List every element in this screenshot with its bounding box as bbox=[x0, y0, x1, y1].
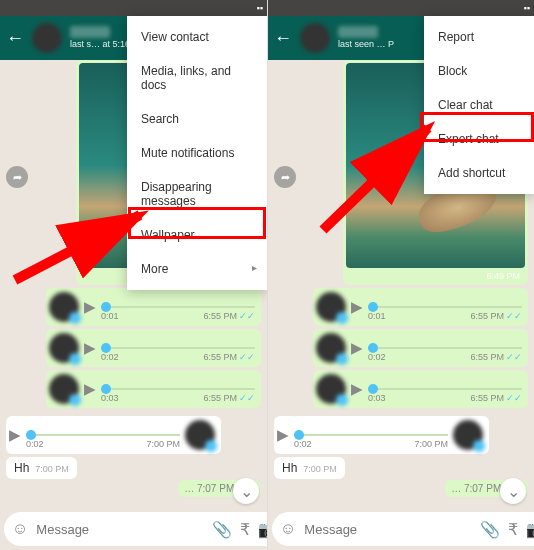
forward-icon[interactable]: ➦ bbox=[274, 166, 296, 188]
avatar bbox=[49, 374, 79, 404]
status-bar: ▪▪ bbox=[268, 0, 534, 16]
avatar[interactable] bbox=[300, 23, 330, 53]
avatar bbox=[49, 333, 79, 363]
back-icon[interactable]: ← bbox=[6, 28, 24, 49]
voice-message-received[interactable]: ▶ 0:027:00 PM bbox=[6, 416, 221, 454]
scroll-to-bottom-icon[interactable]: ⌄ bbox=[500, 478, 526, 504]
avatar bbox=[316, 374, 346, 404]
composer: ☺ 📎 ₹ 📷 🎤 bbox=[272, 512, 530, 546]
menu-media[interactable]: Media, links, and docs bbox=[127, 54, 267, 102]
voice-track[interactable]: 0:016:55 PM✓✓ bbox=[101, 295, 255, 319]
menu-more[interactable]: More▸ bbox=[127, 252, 267, 286]
overflow-menu: View contact Media, links, and docs Sear… bbox=[127, 16, 267, 290]
play-icon[interactable]: ▶ bbox=[84, 380, 96, 398]
menu-export-chat[interactable]: Export chat bbox=[424, 122, 534, 156]
menu-clear-chat[interactable]: Clear chat bbox=[424, 88, 534, 122]
contact-name bbox=[70, 26, 110, 38]
voice-message-received[interactable]: ▶ 0:027:00 PM bbox=[274, 416, 489, 454]
voice-message[interactable]: ▶ 0:036:55 PM✓✓ bbox=[313, 370, 528, 408]
read-ticks-icon: ✓✓ bbox=[506, 311, 522, 321]
status-bar: ▪▪ bbox=[0, 0, 267, 16]
back-icon[interactable]: ← bbox=[274, 28, 292, 49]
contact-name bbox=[338, 26, 378, 38]
read-ticks-icon: ✓✓ bbox=[506, 393, 522, 403]
voice-message[interactable]: ▶ 0:036:55 PM✓✓ bbox=[46, 370, 261, 408]
payment-icon[interactable]: ₹ bbox=[240, 520, 250, 539]
read-ticks-icon: ✓✓ bbox=[239, 393, 255, 403]
voice-message[interactable]: ▶ 0:016:55 PM✓✓ bbox=[313, 288, 528, 326]
voice-track[interactable]: 0:026:55 PM✓✓ bbox=[368, 336, 522, 360]
message-input[interactable] bbox=[304, 522, 472, 537]
forward-icon[interactable]: ➦ bbox=[6, 166, 28, 188]
avatar bbox=[49, 292, 79, 322]
mic-icon bbox=[336, 312, 348, 324]
pane-right: ▪▪ ← last seen … P Report Block Clear ch… bbox=[267, 0, 534, 550]
voice-message[interactable]: ▶ 0:016:55 PM✓✓ bbox=[46, 288, 261, 326]
voice-message[interactable]: ▶ 0:026:55 PM✓✓ bbox=[46, 329, 261, 367]
menu-wallpaper[interactable]: Wallpaper bbox=[127, 218, 267, 252]
mic-icon bbox=[205, 440, 217, 452]
camera-icon[interactable]: 📷 bbox=[258, 520, 267, 539]
read-ticks-icon: ✓✓ bbox=[239, 311, 255, 321]
camera-icon[interactable]: 📷 bbox=[526, 520, 534, 539]
play-icon[interactable]: ▶ bbox=[9, 426, 21, 444]
play-icon[interactable]: ▶ bbox=[351, 339, 363, 357]
mic-icon bbox=[69, 394, 81, 406]
avatar[interactable] bbox=[32, 23, 62, 53]
voice-message[interactable]: ▶ 0:026:55 PM✓✓ bbox=[313, 329, 528, 367]
menu-search[interactable]: Search bbox=[127, 102, 267, 136]
scroll-to-bottom-icon[interactable]: ⌄ bbox=[233, 478, 259, 504]
voice-track[interactable]: 0:027:00 PM bbox=[294, 423, 448, 447]
voice-track[interactable]: 0:016:55 PM✓✓ bbox=[368, 295, 522, 319]
play-icon[interactable]: ▶ bbox=[84, 339, 96, 357]
avatar bbox=[453, 420, 483, 450]
avatar bbox=[316, 333, 346, 363]
mic-icon bbox=[473, 440, 485, 452]
mic-icon bbox=[336, 394, 348, 406]
message-input-pill: ☺ 📎 ₹ 📷 bbox=[4, 512, 267, 546]
text-message-received[interactable]: Hh7:00 PM bbox=[274, 457, 345, 479]
play-icon[interactable]: ▶ bbox=[84, 298, 96, 316]
menu-block[interactable]: Block bbox=[424, 54, 534, 88]
avatar bbox=[185, 420, 215, 450]
voice-track[interactable]: 0:026:55 PM✓✓ bbox=[101, 336, 255, 360]
chevron-right-icon: ▸ bbox=[252, 262, 257, 273]
play-icon[interactable]: ▶ bbox=[351, 380, 363, 398]
play-icon[interactable]: ▶ bbox=[351, 298, 363, 316]
voice-track[interactable]: 0:027:00 PM bbox=[26, 423, 180, 447]
menu-disappearing[interactable]: Disappearing messages bbox=[127, 170, 267, 218]
emoji-icon[interactable]: ☺ bbox=[12, 520, 28, 538]
mic-icon bbox=[69, 353, 81, 365]
play-icon[interactable]: ▶ bbox=[277, 426, 289, 444]
menu-view-contact[interactable]: View contact bbox=[127, 20, 267, 54]
overflow-submenu: Report Block Clear chat Export chat Add … bbox=[424, 16, 534, 194]
voice-track[interactable]: 0:036:55 PM✓✓ bbox=[368, 377, 522, 401]
pane-left: ▪▪ ← last s… at 5:16 View contact Media,… bbox=[0, 0, 267, 550]
mic-icon bbox=[69, 312, 81, 324]
message-input-pill: ☺ 📎 ₹ 📷 bbox=[272, 512, 534, 546]
voice-track[interactable]: 0:036:55 PM✓✓ bbox=[101, 377, 255, 401]
menu-add-shortcut[interactable]: Add shortcut bbox=[424, 156, 534, 190]
avatar bbox=[316, 292, 346, 322]
message-input[interactable] bbox=[36, 522, 204, 537]
payment-icon[interactable]: ₹ bbox=[508, 520, 518, 539]
message-time: 6:49 PM bbox=[486, 271, 520, 281]
read-ticks-icon: ✓✓ bbox=[239, 352, 255, 362]
mic-icon bbox=[336, 353, 348, 365]
text-message-received[interactable]: Hh7:00 PM bbox=[6, 457, 77, 479]
composer: ☺ 📎 ₹ 📷 🎤 bbox=[4, 512, 263, 546]
read-ticks-icon: ✓✓ bbox=[506, 352, 522, 362]
menu-mute[interactable]: Mute notifications bbox=[127, 136, 267, 170]
emoji-icon[interactable]: ☺ bbox=[280, 520, 296, 538]
attach-icon[interactable]: 📎 bbox=[480, 520, 500, 539]
menu-report[interactable]: Report bbox=[424, 20, 534, 54]
attach-icon[interactable]: 📎 bbox=[212, 520, 232, 539]
